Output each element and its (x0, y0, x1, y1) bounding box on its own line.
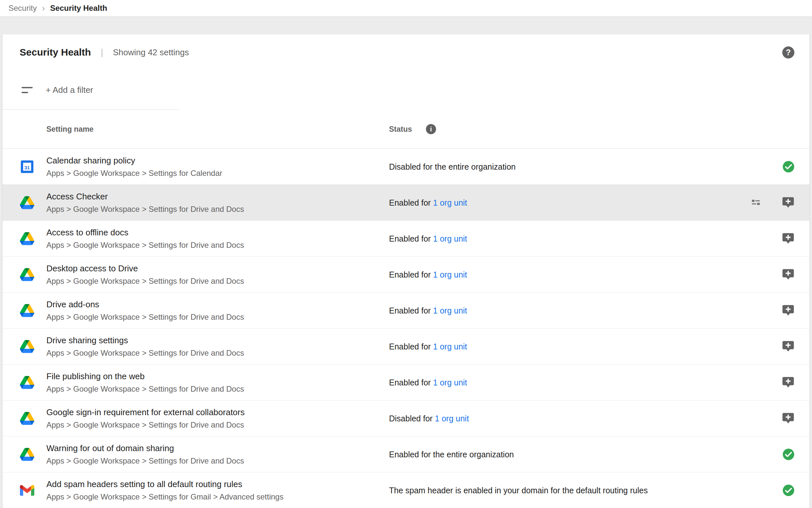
google-drive-icon (19, 375, 35, 390)
settings-list: 31 Calendar sharing policy Apps > Google… (3, 149, 809, 508)
table-row[interactable]: File publishing on the web Apps > Google… (3, 365, 809, 400)
svg-text:31: 31 (25, 165, 30, 170)
setting-cell: Drive add-ons Apps > Google Workspace > … (46, 299, 244, 322)
filter-bar: + Add a filter (3, 70, 809, 110)
setting-path: Apps > Google Workspace > Settings for G… (46, 492, 284, 502)
status-text: Disabled for (389, 414, 435, 423)
setting-path: Apps > Google Workspace > Settings for D… (46, 277, 244, 286)
status-text: Enabled for the entire organization (389, 450, 514, 459)
status-cell: Enabled for 1 org unit (389, 306, 467, 315)
status-cell: Enabled for 1 org unit (389, 270, 467, 279)
status-text: Enabled for (389, 270, 433, 279)
org-unit-link[interactable]: 1 org unit (433, 378, 467, 387)
recommendation-badge-icon[interactable] (782, 268, 795, 281)
settings-count: Showing 42 settings (113, 47, 189, 57)
help-glyph: ? (786, 48, 791, 57)
table-row[interactable]: Access Checker Apps > Google Workspace >… (3, 185, 809, 221)
status-cell: Disabled for the entire organization (389, 162, 516, 171)
setting-name: Calendar sharing policy (46, 156, 223, 166)
breadcrumb: Security › Security Health (0, 0, 812, 16)
org-unit-link[interactable]: 1 org unit (435, 414, 469, 423)
recommendation-badge-icon[interactable] (782, 340, 795, 353)
breadcrumb-security[interactable]: Security (8, 4, 37, 13)
status-cell: Enabled for 1 org unit (389, 378, 467, 387)
setting-path: Apps > Google Workspace > Settings for D… (46, 384, 244, 393)
status-text: Enabled for (389, 234, 433, 243)
table-row[interactable]: Drive sharing settings Apps > Google Wor… (3, 329, 809, 365)
card-header: Security Health | Showing 42 settings ? (3, 34, 809, 70)
setting-cell: Google sign-in requirement for external … (46, 407, 245, 429)
recommendation-badge-icon[interactable] (782, 196, 795, 209)
google-drive-icon (19, 195, 35, 210)
google-drive-icon (19, 231, 35, 246)
setting-path: Apps > Google Workspace > Settings for D… (46, 241, 244, 250)
google-calendar-icon: 31 (19, 159, 35, 174)
column-setting-name: Setting name (46, 125, 93, 133)
table-header: Setting name Status i (3, 110, 809, 149)
recommendation-badge-icon[interactable] (782, 412, 795, 425)
status-cell: Enabled for 1 org unit (389, 234, 467, 243)
check-circle-icon (782, 160, 795, 173)
table-row[interactable]: Add spam headers setting to all default … (3, 472, 809, 508)
column-status: Status (389, 125, 412, 133)
setting-cell: Add spam headers setting to all default … (46, 479, 284, 502)
status-text: Enabled for (389, 198, 433, 207)
table-row[interactable]: 31 Calendar sharing policy Apps > Google… (3, 149, 809, 185)
setting-cell: Access Checker Apps > Google Workspace >… (46, 192, 244, 214)
org-unit-link[interactable]: 1 org unit (433, 198, 467, 207)
table-row[interactable]: Access to offline docs Apps > Google Wor… (3, 221, 809, 257)
org-unit-link[interactable]: 1 org unit (433, 306, 467, 315)
recommendation-badge-icon[interactable] (782, 376, 795, 389)
status-text: Enabled for (389, 306, 433, 315)
check-circle-icon (782, 448, 795, 461)
status-cell: Enabled for the entire organization (389, 450, 514, 459)
security-health-card: Security Health | Showing 42 settings ? … (3, 34, 809, 508)
status-text: Enabled for (389, 378, 433, 387)
info-glyph: i (430, 125, 432, 133)
setting-path: Apps > Google Workspace > Settings for C… (46, 169, 223, 178)
setting-path: Apps > Google Workspace > Settings for D… (46, 456, 244, 466)
setting-path: Apps > Google Workspace > Settings for D… (46, 420, 245, 429)
setting-name: Access Checker (46, 192, 244, 202)
setting-name: Drive sharing settings (46, 335, 244, 345)
setting-name: Google sign-in requirement for external … (46, 407, 245, 417)
setting-cell: Warning for out of domain sharing Apps >… (46, 443, 244, 466)
google-drive-icon (19, 267, 35, 282)
table-row[interactable]: Google sign-in requirement for external … (3, 400, 809, 436)
google-drive-icon (19, 411, 35, 426)
setting-cell: File publishing on the web Apps > Google… (46, 371, 244, 393)
add-filter-button[interactable]: + Add a filter (46, 85, 93, 95)
page-title: Security Health (19, 47, 91, 58)
filter-icon (21, 87, 33, 93)
setting-name: Desktop access to Drive (46, 263, 244, 273)
org-unit-link[interactable]: 1 org unit (433, 342, 467, 351)
google-drive-icon (19, 447, 35, 462)
table-row[interactable]: Desktop access to Drive Apps > Google Wo… (3, 257, 809, 293)
title-divider: | (101, 47, 103, 57)
table-row[interactable]: Warning for out of domain sharing Apps >… (3, 436, 809, 472)
setting-cell: Drive sharing settings Apps > Google Wor… (46, 335, 244, 357)
recommendation-badge-icon[interactable] (782, 232, 795, 245)
status-text: Enabled for (389, 342, 433, 351)
setting-path: Apps > Google Workspace > Settings for D… (46, 348, 244, 357)
setting-cell: Desktop access to Drive Apps > Google Wo… (46, 263, 244, 286)
status-cell: Enabled for 1 org unit (389, 342, 467, 351)
help-icon[interactable]: ? (782, 46, 794, 58)
status-text: The spam header is enabled in your domai… (389, 485, 648, 495)
breadcrumb-current: Security Health (50, 4, 107, 13)
org-unit-link[interactable]: 1 org unit (433, 270, 467, 279)
check-circle-icon (782, 484, 795, 497)
setting-name: Warning for out of domain sharing (46, 443, 244, 454)
org-unit-icon (751, 197, 762, 208)
status-info-icon[interactable]: i (426, 124, 436, 134)
status-cell: Enabled for 1 org unit (389, 198, 467, 207)
gmail-icon (19, 483, 35, 498)
breadcrumb-separator-icon: › (42, 4, 45, 12)
setting-name: Add spam headers setting to all default … (46, 479, 284, 490)
table-row[interactable]: Drive add-ons Apps > Google Workspace > … (3, 293, 809, 329)
setting-name: Drive add-ons (46, 299, 244, 309)
org-unit-link[interactable]: 1 org unit (433, 234, 467, 243)
google-drive-icon (19, 303, 35, 318)
recommendation-badge-icon[interactable] (782, 304, 795, 317)
setting-path: Apps > Google Workspace > Settings for D… (46, 312, 244, 322)
